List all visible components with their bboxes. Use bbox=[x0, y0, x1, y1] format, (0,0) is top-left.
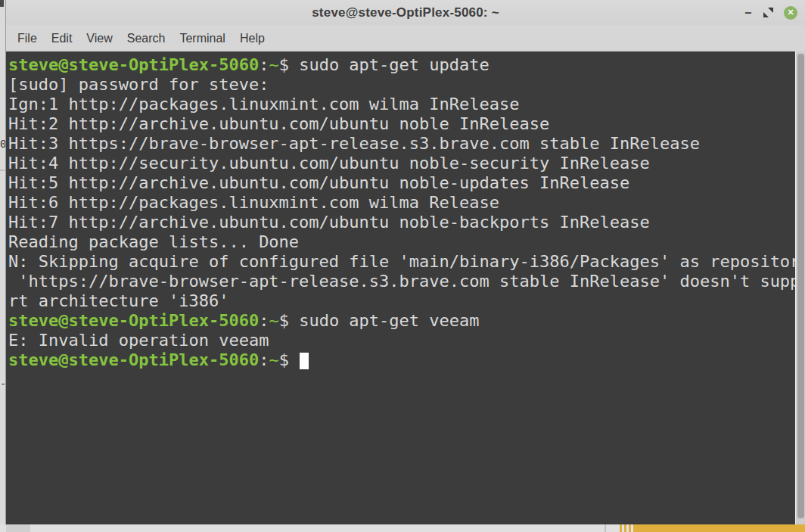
terminal-line: Hit:4 http://security.ubuntu.com/ubuntu … bbox=[8, 154, 795, 173]
terminal-line: steve@steve-OptiPlex-5060:~$ sudo apt-ge… bbox=[8, 55, 795, 75]
menu-edit[interactable]: Edit bbox=[51, 32, 73, 45]
terminal-line: rt architecture 'i386' bbox=[8, 291, 795, 311]
terminal-line: [sudo] password for steve: bbox=[8, 75, 795, 95]
prompt-colon: : bbox=[259, 350, 269, 369]
scrollbar[interactable] bbox=[795, 51, 805, 524]
menu-help[interactable]: Help bbox=[240, 32, 265, 45]
terminal-text: Hit:5 http://archive.ubuntu.com/ubuntu n… bbox=[8, 173, 629, 192]
prompt-user-host: steve@steve-OptiPlex-5060 bbox=[8, 350, 259, 369]
terminal-text: 'https://brave-browser-apt-release.s3.br… bbox=[8, 272, 795, 291]
prompt-user-host: steve@steve-OptiPlex-5060 bbox=[8, 55, 259, 74]
scrollbar-thumb[interactable] bbox=[797, 54, 804, 518]
prompt-directory: ~ bbox=[269, 350, 278, 369]
menu-search[interactable]: Search bbox=[127, 32, 166, 45]
prompt-dollar: $ bbox=[279, 55, 300, 74]
terminal-text: [sudo] password for steve: bbox=[8, 75, 269, 94]
background-bottom-strip bbox=[0, 524, 805, 532]
window-controls: – ✕ bbox=[744, 0, 797, 25]
terminal-line: E: Invalid operation veeam bbox=[8, 331, 795, 350]
terminal-text: Ign:1 http://packages.linuxmint.com wilm… bbox=[8, 95, 520, 114]
terminal-text: rt architecture 'i386' bbox=[8, 291, 228, 310]
menu-file[interactable]: File bbox=[17, 32, 37, 45]
terminal-command: sudo apt-get veeam bbox=[299, 311, 479, 330]
terminal-text: Reading package lists... Done bbox=[8, 232, 299, 251]
background-bottom-yellow-bar bbox=[635, 524, 805, 532]
background-text-fragment: -1 bbox=[0, 378, 5, 390]
close-button[interactable]: ✕ bbox=[784, 6, 797, 20]
terminal-window: steve@steve-OptiPlex-5060: ~ – ✕ File Ed… bbox=[5, 0, 805, 524]
prompt-dollar: $ bbox=[279, 350, 300, 369]
terminal-text: Hit:4 http://security.ubuntu.com/ubuntu … bbox=[8, 154, 650, 173]
window-title: steve@steve-OptiPlex-5060: ~ bbox=[312, 5, 499, 20]
terminal-text: N: Skipping acquire of configured file '… bbox=[8, 252, 795, 271]
prompt-dollar: $ bbox=[279, 311, 300, 330]
background-bottom-stripes bbox=[620, 524, 635, 532]
terminal-cursor bbox=[300, 353, 309, 369]
background-text-fragment: 0 bbox=[0, 138, 5, 150]
background-bottom-segment bbox=[6, 524, 30, 532]
terminal-line: Hit:3 https://brave-browser-apt-release.… bbox=[8, 134, 795, 154]
terminal-line: steve@steve-OptiPlex-5060:~$ bbox=[8, 350, 795, 370]
terminal-text: Hit:3 https://brave-browser-apt-release.… bbox=[8, 134, 700, 153]
prompt-colon: : bbox=[259, 55, 269, 74]
prompt-directory: ~ bbox=[269, 55, 278, 74]
terminal-line: Hit:2 http://archive.ubuntu.com/ubuntu n… bbox=[8, 114, 795, 134]
titlebar[interactable]: steve@steve-OptiPlex-5060: ~ – ✕ bbox=[6, 0, 805, 25]
background-divider bbox=[0, 170, 5, 171]
background-window-left-edge: 0 -1 bbox=[0, 0, 5, 532]
terminal-line: Hit:6 http://packages.linuxmint.com wilm… bbox=[8, 193, 795, 213]
terminal-line: Hit:7 http://archive.ubuntu.com/ubuntu n… bbox=[8, 213, 795, 232]
terminal-text: Hit:2 http://archive.ubuntu.com/ubuntu n… bbox=[8, 114, 549, 133]
menu-view[interactable]: View bbox=[86, 32, 112, 45]
terminal-line: 'https://brave-browser-apt-release.s3.br… bbox=[8, 272, 795, 291]
terminal-text: E: Invalid operation veeam bbox=[8, 331, 269, 350]
terminal-output[interactable]: steve@steve-OptiPlex-5060:~$ sudo apt-ge… bbox=[6, 51, 795, 524]
menubar: File Edit View Search Terminal Help bbox=[6, 25, 805, 51]
terminal-text: Hit:7 http://archive.ubuntu.com/ubuntu n… bbox=[8, 213, 650, 232]
terminal-line: Reading package lists... Done bbox=[8, 232, 795, 252]
background-bottom-divider bbox=[605, 524, 606, 532]
restore-icon bbox=[768, 8, 773, 13]
terminal-line: Ign:1 http://packages.linuxmint.com wilm… bbox=[8, 95, 795, 114]
minimize-button[interactable]: – bbox=[744, 5, 753, 21]
terminal-command: sudo apt-get update bbox=[299, 55, 490, 74]
prompt-user-host: steve@steve-OptiPlex-5060 bbox=[8, 311, 259, 330]
background-text-fragment bbox=[0, 0, 4, 7]
terminal-line: N: Skipping acquire of configured file '… bbox=[8, 252, 795, 272]
restore-icon bbox=[763, 12, 769, 17]
menu-terminal[interactable]: Terminal bbox=[179, 32, 225, 45]
terminal-text: Hit:6 http://packages.linuxmint.com wilm… bbox=[8, 193, 499, 212]
terminal-line: Hit:5 http://archive.ubuntu.com/ubuntu n… bbox=[8, 173, 795, 193]
prompt-colon: : bbox=[259, 311, 269, 330]
prompt-directory: ~ bbox=[269, 311, 278, 330]
terminal-line: steve@steve-OptiPlex-5060:~$ sudo apt-ge… bbox=[8, 311, 795, 331]
restore-button[interactable] bbox=[763, 8, 773, 17]
